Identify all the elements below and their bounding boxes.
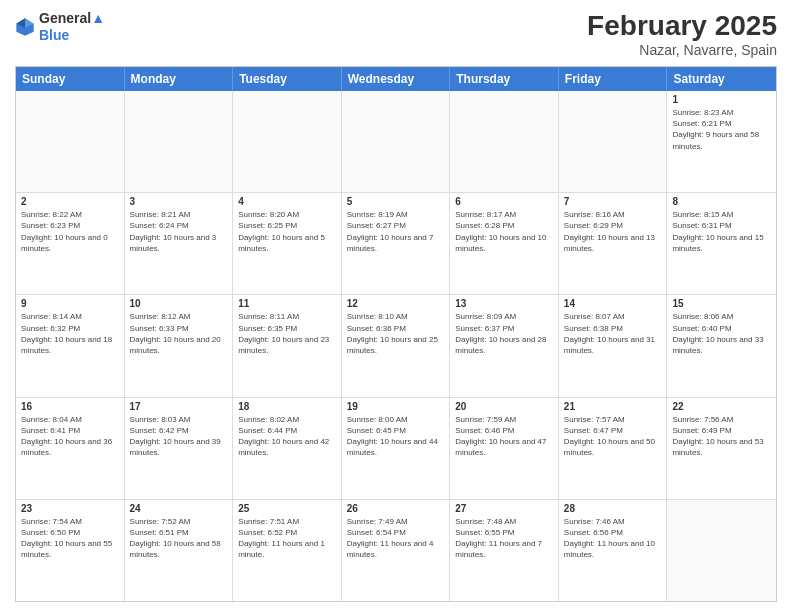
calendar-body: 1Sunrise: 8:23 AM Sunset: 6:21 PM Daylig… xyxy=(16,91,776,601)
calendar-cell: 6Sunrise: 8:17 AM Sunset: 6:28 PM Daylig… xyxy=(450,193,559,294)
day-info: Sunrise: 8:20 AM Sunset: 6:25 PM Dayligh… xyxy=(238,209,336,254)
calendar-cell: 18Sunrise: 8:02 AM Sunset: 6:44 PM Dayli… xyxy=(233,398,342,499)
calendar-cell xyxy=(450,91,559,192)
calendar-cell: 16Sunrise: 8:04 AM Sunset: 6:41 PM Dayli… xyxy=(16,398,125,499)
calendar-cell: 15Sunrise: 8:06 AM Sunset: 6:40 PM Dayli… xyxy=(667,295,776,396)
logo-icon xyxy=(15,17,35,37)
day-number: 9 xyxy=(21,298,119,309)
day-info: Sunrise: 8:14 AM Sunset: 6:32 PM Dayligh… xyxy=(21,311,119,356)
calendar-cell: 22Sunrise: 7:56 AM Sunset: 6:49 PM Dayli… xyxy=(667,398,776,499)
day-of-week-header: Thursday xyxy=(450,67,559,91)
day-number: 6 xyxy=(455,196,553,207)
day-info: Sunrise: 8:15 AM Sunset: 6:31 PM Dayligh… xyxy=(672,209,771,254)
calendar-row: 23Sunrise: 7:54 AM Sunset: 6:50 PM Dayli… xyxy=(16,500,776,601)
day-number: 19 xyxy=(347,401,445,412)
title-block: February 2025 Nazar, Navarre, Spain xyxy=(587,10,777,58)
calendar: SundayMondayTuesdayWednesdayThursdayFrid… xyxy=(15,66,777,602)
logo-text: General▲ Blue xyxy=(39,10,105,44)
day-number: 14 xyxy=(564,298,662,309)
calendar-cell xyxy=(16,91,125,192)
day-number: 26 xyxy=(347,503,445,514)
calendar-cell: 19Sunrise: 8:00 AM Sunset: 6:45 PM Dayli… xyxy=(342,398,451,499)
day-info: Sunrise: 8:21 AM Sunset: 6:24 PM Dayligh… xyxy=(130,209,228,254)
day-number: 7 xyxy=(564,196,662,207)
day-number: 10 xyxy=(130,298,228,309)
day-of-week-header: Sunday xyxy=(16,67,125,91)
day-info: Sunrise: 8:03 AM Sunset: 6:42 PM Dayligh… xyxy=(130,414,228,459)
calendar-cell xyxy=(667,500,776,601)
calendar-cell xyxy=(233,91,342,192)
day-number: 24 xyxy=(130,503,228,514)
day-info: Sunrise: 8:17 AM Sunset: 6:28 PM Dayligh… xyxy=(455,209,553,254)
calendar-cell: 2Sunrise: 8:22 AM Sunset: 6:23 PM Daylig… xyxy=(16,193,125,294)
calendar-cell: 11Sunrise: 8:11 AM Sunset: 6:35 PM Dayli… xyxy=(233,295,342,396)
day-info: Sunrise: 7:54 AM Sunset: 6:50 PM Dayligh… xyxy=(21,516,119,561)
day-number: 16 xyxy=(21,401,119,412)
calendar-cell: 4Sunrise: 8:20 AM Sunset: 6:25 PM Daylig… xyxy=(233,193,342,294)
day-info: Sunrise: 7:57 AM Sunset: 6:47 PM Dayligh… xyxy=(564,414,662,459)
logo: General▲ Blue xyxy=(15,10,105,44)
day-of-week-header: Friday xyxy=(559,67,668,91)
day-info: Sunrise: 8:23 AM Sunset: 6:21 PM Dayligh… xyxy=(672,107,771,152)
day-number: 20 xyxy=(455,401,553,412)
day-number: 23 xyxy=(21,503,119,514)
month-year-title: February 2025 xyxy=(587,10,777,42)
day-number: 5 xyxy=(347,196,445,207)
calendar-cell: 3Sunrise: 8:21 AM Sunset: 6:24 PM Daylig… xyxy=(125,193,234,294)
day-info: Sunrise: 8:00 AM Sunset: 6:45 PM Dayligh… xyxy=(347,414,445,459)
calendar-row: 1Sunrise: 8:23 AM Sunset: 6:21 PM Daylig… xyxy=(16,91,776,193)
day-of-week-header: Wednesday xyxy=(342,67,451,91)
day-number: 12 xyxy=(347,298,445,309)
calendar-header: SundayMondayTuesdayWednesdayThursdayFrid… xyxy=(16,67,776,91)
day-number: 4 xyxy=(238,196,336,207)
day-info: Sunrise: 8:02 AM Sunset: 6:44 PM Dayligh… xyxy=(238,414,336,459)
day-number: 2 xyxy=(21,196,119,207)
day-number: 25 xyxy=(238,503,336,514)
day-info: Sunrise: 7:56 AM Sunset: 6:49 PM Dayligh… xyxy=(672,414,771,459)
calendar-cell xyxy=(342,91,451,192)
calendar-cell: 21Sunrise: 7:57 AM Sunset: 6:47 PM Dayli… xyxy=(559,398,668,499)
calendar-row: 2Sunrise: 8:22 AM Sunset: 6:23 PM Daylig… xyxy=(16,193,776,295)
day-info: Sunrise: 8:10 AM Sunset: 6:36 PM Dayligh… xyxy=(347,311,445,356)
day-info: Sunrise: 8:11 AM Sunset: 6:35 PM Dayligh… xyxy=(238,311,336,356)
day-info: Sunrise: 7:52 AM Sunset: 6:51 PM Dayligh… xyxy=(130,516,228,561)
calendar-cell: 9Sunrise: 8:14 AM Sunset: 6:32 PM Daylig… xyxy=(16,295,125,396)
calendar-cell: 23Sunrise: 7:54 AM Sunset: 6:50 PM Dayli… xyxy=(16,500,125,601)
day-number: 3 xyxy=(130,196,228,207)
day-of-week-header: Tuesday xyxy=(233,67,342,91)
day-info: Sunrise: 7:48 AM Sunset: 6:55 PM Dayligh… xyxy=(455,516,553,561)
calendar-cell: 26Sunrise: 7:49 AM Sunset: 6:54 PM Dayli… xyxy=(342,500,451,601)
day-info: Sunrise: 8:12 AM Sunset: 6:33 PM Dayligh… xyxy=(130,311,228,356)
day-info: Sunrise: 8:22 AM Sunset: 6:23 PM Dayligh… xyxy=(21,209,119,254)
day-info: Sunrise: 7:46 AM Sunset: 6:56 PM Dayligh… xyxy=(564,516,662,561)
page-header: General▲ Blue February 2025 Nazar, Navar… xyxy=(15,10,777,58)
calendar-cell: 28Sunrise: 7:46 AM Sunset: 6:56 PM Dayli… xyxy=(559,500,668,601)
day-number: 13 xyxy=(455,298,553,309)
calendar-cell: 17Sunrise: 8:03 AM Sunset: 6:42 PM Dayli… xyxy=(125,398,234,499)
day-info: Sunrise: 8:07 AM Sunset: 6:38 PM Dayligh… xyxy=(564,311,662,356)
day-number: 27 xyxy=(455,503,553,514)
day-number: 18 xyxy=(238,401,336,412)
calendar-cell: 1Sunrise: 8:23 AM Sunset: 6:21 PM Daylig… xyxy=(667,91,776,192)
day-of-week-header: Monday xyxy=(125,67,234,91)
calendar-cell: 27Sunrise: 7:48 AM Sunset: 6:55 PM Dayli… xyxy=(450,500,559,601)
calendar-cell: 25Sunrise: 7:51 AM Sunset: 6:52 PM Dayli… xyxy=(233,500,342,601)
day-info: Sunrise: 8:19 AM Sunset: 6:27 PM Dayligh… xyxy=(347,209,445,254)
day-number: 11 xyxy=(238,298,336,309)
day-number: 8 xyxy=(672,196,771,207)
calendar-cell: 7Sunrise: 8:16 AM Sunset: 6:29 PM Daylig… xyxy=(559,193,668,294)
day-number: 28 xyxy=(564,503,662,514)
day-info: Sunrise: 8:09 AM Sunset: 6:37 PM Dayligh… xyxy=(455,311,553,356)
day-number: 1 xyxy=(672,94,771,105)
calendar-cell: 5Sunrise: 8:19 AM Sunset: 6:27 PM Daylig… xyxy=(342,193,451,294)
calendar-cell xyxy=(559,91,668,192)
calendar-row: 9Sunrise: 8:14 AM Sunset: 6:32 PM Daylig… xyxy=(16,295,776,397)
day-info: Sunrise: 7:59 AM Sunset: 6:46 PM Dayligh… xyxy=(455,414,553,459)
calendar-row: 16Sunrise: 8:04 AM Sunset: 6:41 PM Dayli… xyxy=(16,398,776,500)
location-subtitle: Nazar, Navarre, Spain xyxy=(587,42,777,58)
day-info: Sunrise: 7:49 AM Sunset: 6:54 PM Dayligh… xyxy=(347,516,445,561)
calendar-cell: 24Sunrise: 7:52 AM Sunset: 6:51 PM Dayli… xyxy=(125,500,234,601)
day-info: Sunrise: 8:16 AM Sunset: 6:29 PM Dayligh… xyxy=(564,209,662,254)
calendar-cell xyxy=(125,91,234,192)
calendar-cell: 8Sunrise: 8:15 AM Sunset: 6:31 PM Daylig… xyxy=(667,193,776,294)
